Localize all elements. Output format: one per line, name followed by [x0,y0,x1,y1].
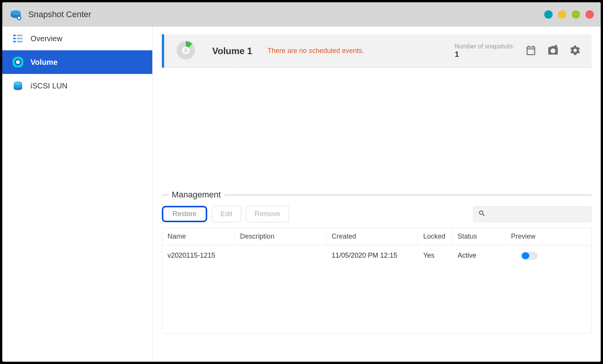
svg-rect-6 [17,35,23,36]
window-control-dot[interactable] [572,10,580,19]
volume-stats: Number of snapshots: 1 [455,43,581,59]
sidebar: Overview Volume iSCSI LUN [2,27,153,362]
overview-icon [12,33,24,44]
main-content: Volume 1 There are no scheduled events. … [153,27,601,362]
snapshot-app-icon [9,8,22,21]
svg-rect-16 [555,45,558,47]
titlebar: Snapshot Center [2,2,601,27]
snapshot-table: Name Description Created Locked Status P… [162,228,592,334]
sidebar-item-volume[interactable]: Volume [2,50,152,74]
cell-locked: Yes [418,250,452,263]
snapshot-count: Number of snapshots: 1 [455,43,514,59]
svg-point-0 [11,10,21,15]
svg-rect-5 [13,41,16,42]
window-control-dot[interactable] [585,10,594,19]
management-header: Management [162,190,592,200]
sidebar-item-label: Volume [31,58,58,67]
svg-point-14 [184,48,188,53]
app-window: Snapshot Center Overview Volume [2,2,601,362]
window-control-dot[interactable] [558,10,566,19]
col-locked[interactable]: Locked [418,228,452,245]
sidebar-item-label: Overview [31,34,62,43]
settings-icon[interactable] [569,45,581,58]
volume-name: Volume 1 [212,46,252,56]
search-icon [478,210,486,219]
management-section: Management Restore Edit Remove Name [162,190,592,334]
sidebar-item-overview[interactable]: Overview [2,27,152,50]
preview-toggle[interactable] [521,252,538,260]
sidebar-item-label: iSCSI LUN [31,82,68,90]
management-toolbar: Restore Edit Remove [162,204,592,228]
cell-preview [506,250,591,263]
window-title: Snapshot Center [28,10,91,19]
table-header: Name Description Created Locked Status P… [162,228,591,245]
table-body: v2020115-1215 11/05/2020 PM 12:15 Yes Ac… [162,245,591,333]
sidebar-item-iscsi[interactable]: iSCSI LUN [2,74,152,98]
svg-point-11 [14,82,22,85]
svg-rect-3 [13,35,16,36]
svg-rect-4 [13,38,16,39]
iscsi-icon [12,80,24,91]
snapshot-count-label: Number of snapshots: [455,43,514,50]
search-input[interactable] [489,210,587,218]
titlebar-left: Snapshot Center [9,8,91,21]
edit-button[interactable]: Edit [212,206,241,222]
svg-rect-8 [17,41,23,42]
svg-point-2 [18,17,20,19]
snapshot-count-value: 1 [455,50,514,59]
col-preview[interactable]: Preview [506,228,591,245]
volume-panel[interactable]: Volume 1 There are no scheduled events. … [162,34,592,68]
restore-button[interactable]: Restore [162,206,207,222]
management-title: Management [172,190,221,200]
remove-button[interactable]: Remove [246,206,289,222]
schedule-icon[interactable] [525,45,537,58]
window-controls [544,10,594,19]
cell-status: Active [452,250,506,263]
col-description[interactable]: Description [235,228,326,245]
cell-name: v2020115-1215 [162,250,235,263]
window-control-dot[interactable] [544,10,553,19]
volume-message: There are no scheduled events. [268,47,364,55]
table-row[interactable]: v2020115-1215 11/05/2020 PM 12:15 Yes Ac… [162,245,591,268]
col-status[interactable]: Status [452,228,506,245]
body: Overview Volume iSCSI LUN Volume 1 [2,27,601,362]
cell-description [235,250,326,263]
volume-icon [12,56,24,68]
col-created[interactable]: Created [326,228,418,245]
svg-point-10 [16,60,20,64]
volume-actions [525,45,581,58]
col-name[interactable]: Name [162,228,235,245]
disk-usage-icon [175,39,197,63]
search-box[interactable] [473,206,592,222]
cell-created: 11/05/2020 PM 12:15 [326,250,418,263]
svg-rect-7 [17,38,23,39]
take-snapshot-icon[interactable] [547,45,559,58]
